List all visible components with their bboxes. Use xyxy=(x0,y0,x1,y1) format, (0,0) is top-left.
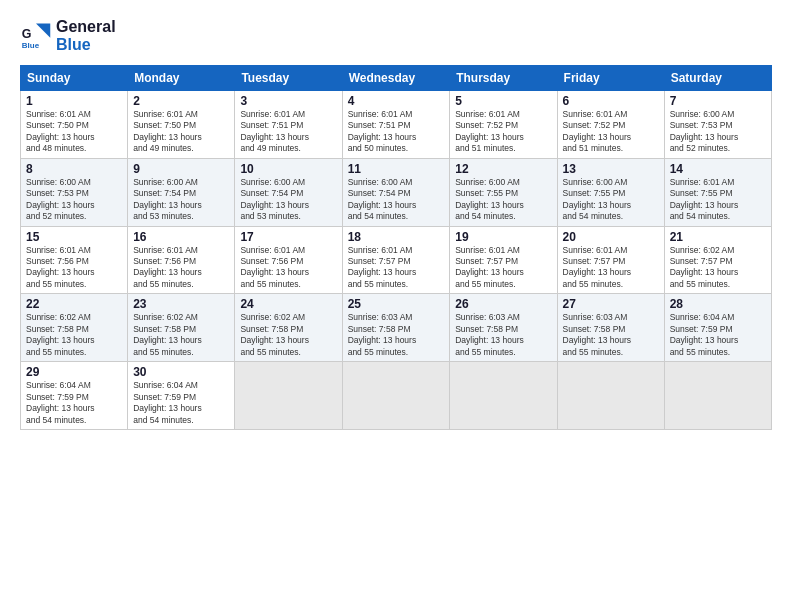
day-info: Sunrise: 6:01 AM Sunset: 7:52 PM Dayligh… xyxy=(563,109,659,155)
calendar-cell: 5Sunrise: 6:01 AM Sunset: 7:52 PM Daylig… xyxy=(450,90,557,158)
calendar-cell xyxy=(450,362,557,430)
day-info: Sunrise: 6:00 AM Sunset: 7:55 PM Dayligh… xyxy=(563,177,659,223)
calendar-day-header: Saturday xyxy=(664,65,771,90)
calendar-cell xyxy=(235,362,342,430)
day-number: 25 xyxy=(348,297,445,311)
day-info: Sunrise: 6:01 AM Sunset: 7:56 PM Dayligh… xyxy=(26,245,122,291)
day-number: 26 xyxy=(455,297,551,311)
logo: G Blue General Blue xyxy=(20,18,116,55)
calendar-cell: 24Sunrise: 6:02 AM Sunset: 7:58 PM Dayli… xyxy=(235,294,342,362)
day-number: 14 xyxy=(670,162,766,176)
calendar-day-header: Wednesday xyxy=(342,65,450,90)
day-info: Sunrise: 6:01 AM Sunset: 7:56 PM Dayligh… xyxy=(240,245,336,291)
calendar-cell xyxy=(557,362,664,430)
day-number: 5 xyxy=(455,94,551,108)
calendar-header-row: SundayMondayTuesdayWednesdayThursdayFrid… xyxy=(21,65,772,90)
calendar-cell: 27Sunrise: 6:03 AM Sunset: 7:58 PM Dayli… xyxy=(557,294,664,362)
calendar-cell: 7Sunrise: 6:00 AM Sunset: 7:53 PM Daylig… xyxy=(664,90,771,158)
calendar-cell: 14Sunrise: 6:01 AM Sunset: 7:55 PM Dayli… xyxy=(664,158,771,226)
calendar-cell xyxy=(342,362,450,430)
day-info: Sunrise: 6:01 AM Sunset: 7:51 PM Dayligh… xyxy=(348,109,445,155)
day-info: Sunrise: 6:00 AM Sunset: 7:53 PM Dayligh… xyxy=(26,177,122,223)
calendar-cell: 25Sunrise: 6:03 AM Sunset: 7:58 PM Dayli… xyxy=(342,294,450,362)
logo-icon: G Blue xyxy=(20,20,52,52)
calendar-week-row: 15Sunrise: 6:01 AM Sunset: 7:56 PM Dayli… xyxy=(21,226,772,294)
day-info: Sunrise: 6:02 AM Sunset: 7:58 PM Dayligh… xyxy=(133,312,229,358)
day-number: 18 xyxy=(348,230,445,244)
day-info: Sunrise: 6:01 AM Sunset: 7:57 PM Dayligh… xyxy=(348,245,445,291)
day-number: 28 xyxy=(670,297,766,311)
day-info: Sunrise: 6:02 AM Sunset: 7:58 PM Dayligh… xyxy=(240,312,336,358)
calendar-cell: 19Sunrise: 6:01 AM Sunset: 7:57 PM Dayli… xyxy=(450,226,557,294)
day-number: 1 xyxy=(26,94,122,108)
day-number: 8 xyxy=(26,162,122,176)
calendar-day-header: Thursday xyxy=(450,65,557,90)
calendar-cell: 18Sunrise: 6:01 AM Sunset: 7:57 PM Dayli… xyxy=(342,226,450,294)
day-info: Sunrise: 6:04 AM Sunset: 7:59 PM Dayligh… xyxy=(133,380,229,426)
day-info: Sunrise: 6:04 AM Sunset: 7:59 PM Dayligh… xyxy=(670,312,766,358)
calendar-cell: 9Sunrise: 6:00 AM Sunset: 7:54 PM Daylig… xyxy=(128,158,235,226)
calendar-cell: 20Sunrise: 6:01 AM Sunset: 7:57 PM Dayli… xyxy=(557,226,664,294)
calendar-cell: 21Sunrise: 6:02 AM Sunset: 7:57 PM Dayli… xyxy=(664,226,771,294)
calendar-week-row: 29Sunrise: 6:04 AM Sunset: 7:59 PM Dayli… xyxy=(21,362,772,430)
logo-text: General Blue xyxy=(56,18,116,55)
day-number: 16 xyxy=(133,230,229,244)
day-info: Sunrise: 6:01 AM Sunset: 7:56 PM Dayligh… xyxy=(133,245,229,291)
calendar-cell: 15Sunrise: 6:01 AM Sunset: 7:56 PM Dayli… xyxy=(21,226,128,294)
day-number: 10 xyxy=(240,162,336,176)
calendar-day-header: Sunday xyxy=(21,65,128,90)
day-info: Sunrise: 6:01 AM Sunset: 7:51 PM Dayligh… xyxy=(240,109,336,155)
day-number: 27 xyxy=(563,297,659,311)
calendar-cell: 8Sunrise: 6:00 AM Sunset: 7:53 PM Daylig… xyxy=(21,158,128,226)
day-info: Sunrise: 6:03 AM Sunset: 7:58 PM Dayligh… xyxy=(455,312,551,358)
day-number: 2 xyxy=(133,94,229,108)
calendar-cell: 1Sunrise: 6:01 AM Sunset: 7:50 PM Daylig… xyxy=(21,90,128,158)
svg-text:G: G xyxy=(22,27,32,41)
calendar-week-row: 22Sunrise: 6:02 AM Sunset: 7:58 PM Dayli… xyxy=(21,294,772,362)
calendar-cell: 2Sunrise: 6:01 AM Sunset: 7:50 PM Daylig… xyxy=(128,90,235,158)
day-number: 3 xyxy=(240,94,336,108)
calendar-cell: 23Sunrise: 6:02 AM Sunset: 7:58 PM Dayli… xyxy=(128,294,235,362)
calendar-cell: 11Sunrise: 6:00 AM Sunset: 7:54 PM Dayli… xyxy=(342,158,450,226)
calendar-cell: 12Sunrise: 6:00 AM Sunset: 7:55 PM Dayli… xyxy=(450,158,557,226)
day-number: 7 xyxy=(670,94,766,108)
day-number: 15 xyxy=(26,230,122,244)
day-number: 29 xyxy=(26,365,122,379)
day-info: Sunrise: 6:02 AM Sunset: 7:57 PM Dayligh… xyxy=(670,245,766,291)
day-info: Sunrise: 6:01 AM Sunset: 7:55 PM Dayligh… xyxy=(670,177,766,223)
calendar-week-row: 1Sunrise: 6:01 AM Sunset: 7:50 PM Daylig… xyxy=(21,90,772,158)
day-info: Sunrise: 6:01 AM Sunset: 7:50 PM Dayligh… xyxy=(133,109,229,155)
calendar-cell: 28Sunrise: 6:04 AM Sunset: 7:59 PM Dayli… xyxy=(664,294,771,362)
calendar-table: SundayMondayTuesdayWednesdayThursdayFrid… xyxy=(20,65,772,430)
day-number: 6 xyxy=(563,94,659,108)
day-number: 20 xyxy=(563,230,659,244)
day-info: Sunrise: 6:00 AM Sunset: 7:54 PM Dayligh… xyxy=(240,177,336,223)
day-number: 9 xyxy=(133,162,229,176)
day-number: 19 xyxy=(455,230,551,244)
day-info: Sunrise: 6:00 AM Sunset: 7:53 PM Dayligh… xyxy=(670,109,766,155)
calendar-week-row: 8Sunrise: 6:00 AM Sunset: 7:53 PM Daylig… xyxy=(21,158,772,226)
calendar-cell xyxy=(664,362,771,430)
calendar-day-header: Monday xyxy=(128,65,235,90)
day-number: 4 xyxy=(348,94,445,108)
calendar-cell: 10Sunrise: 6:00 AM Sunset: 7:54 PM Dayli… xyxy=(235,158,342,226)
calendar-cell: 26Sunrise: 6:03 AM Sunset: 7:58 PM Dayli… xyxy=(450,294,557,362)
calendar-day-header: Tuesday xyxy=(235,65,342,90)
calendar-cell: 16Sunrise: 6:01 AM Sunset: 7:56 PM Dayli… xyxy=(128,226,235,294)
day-number: 30 xyxy=(133,365,229,379)
day-info: Sunrise: 6:01 AM Sunset: 7:52 PM Dayligh… xyxy=(455,109,551,155)
day-number: 21 xyxy=(670,230,766,244)
day-info: Sunrise: 6:04 AM Sunset: 7:59 PM Dayligh… xyxy=(26,380,122,426)
calendar-cell: 30Sunrise: 6:04 AM Sunset: 7:59 PM Dayli… xyxy=(128,362,235,430)
day-number: 12 xyxy=(455,162,551,176)
page: G Blue General Blue SundayMondayTuesdayW… xyxy=(0,0,792,612)
day-info: Sunrise: 6:01 AM Sunset: 7:50 PM Dayligh… xyxy=(26,109,122,155)
calendar-cell: 29Sunrise: 6:04 AM Sunset: 7:59 PM Dayli… xyxy=(21,362,128,430)
day-number: 17 xyxy=(240,230,336,244)
day-info: Sunrise: 6:03 AM Sunset: 7:58 PM Dayligh… xyxy=(563,312,659,358)
day-number: 22 xyxy=(26,297,122,311)
header-area: G Blue General Blue xyxy=(20,18,772,55)
day-info: Sunrise: 6:00 AM Sunset: 7:54 PM Dayligh… xyxy=(348,177,445,223)
day-info: Sunrise: 6:02 AM Sunset: 7:58 PM Dayligh… xyxy=(26,312,122,358)
day-info: Sunrise: 6:01 AM Sunset: 7:57 PM Dayligh… xyxy=(563,245,659,291)
